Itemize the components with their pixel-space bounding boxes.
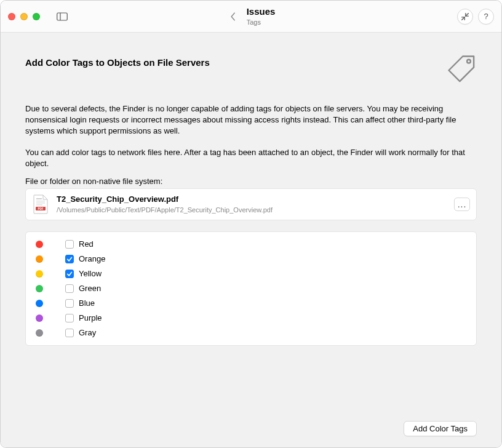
help-icon: ? — [484, 12, 488, 21]
pdf-file-icon: PDF — [32, 194, 49, 215]
file-field-label: File or folder on non-native file system… — [25, 177, 477, 186]
tag-checkbox-red[interactable] — [65, 240, 74, 249]
file-path: /Volumes/Public/Public/Text/PDF/Apple/T2… — [57, 206, 447, 214]
tag-label-yellow: Yellow — [79, 269, 102, 278]
tag-checkbox-purple[interactable] — [65, 314, 74, 322]
tag-dot-purple — [36, 314, 43, 322]
window-title: Issues — [247, 6, 276, 18]
svg-rect-10 — [36, 204, 42, 206]
tag-label-green: Green — [79, 284, 101, 293]
title-center: Issues Tags — [227, 6, 276, 27]
tag-row-purple: Purple — [36, 311, 466, 326]
tag-dot-yellow — [36, 270, 43, 278]
help-button[interactable]: ? — [478, 9, 494, 25]
file-name: T2_Security_Chip_Overview.pdf — [57, 194, 447, 205]
svg-text:PDF: PDF — [38, 207, 44, 210]
svg-rect-7 — [36, 198, 42, 199]
sidebar-icon — [57, 12, 68, 21]
sidebar-toggle-button[interactable] — [54, 10, 71, 23]
footer: Add Color Tags — [1, 412, 501, 447]
tag-icon — [445, 52, 477, 86]
zoom-window-button[interactable] — [33, 13, 40, 20]
tag-label-blue: Blue — [79, 298, 95, 308]
tag-label-orange: Orange — [79, 254, 105, 263]
description-paragraph-2: You can add color tags to network files … — [25, 147, 477, 169]
file-row: PDF T2_Security_Chip_Overview.pdf /Volum… — [25, 188, 477, 220]
tag-row-gray: Gray — [36, 326, 466, 340]
tag-row-orange: Orange — [36, 252, 466, 266]
tag-label-red: Red — [79, 239, 94, 249]
tag-dot-blue — [36, 300, 43, 307]
tag-label-gray: Gray — [79, 328, 96, 337]
tags-list: RedOrangeYellowGreenBluePurpleGray — [25, 231, 477, 346]
svg-rect-0 — [57, 13, 68, 20]
page-heading: Add Color Tags to Objects on File Server… — [25, 57, 210, 68]
tag-row-blue: Blue — [36, 296, 466, 311]
tag-row-red: Red — [36, 237, 466, 252]
collapse-icon — [461, 12, 469, 21]
tag-checkbox-blue[interactable] — [65, 299, 74, 308]
titlebar-right: ? — [457, 9, 494, 25]
minimize-window-button[interactable] — [20, 13, 28, 20]
check-icon — [66, 271, 73, 277]
ellipsis-icon: ... — [458, 199, 467, 209]
collapse-button[interactable] — [457, 9, 473, 25]
tag-label-purple: Purple — [79, 313, 102, 322]
close-window-button[interactable] — [8, 13, 15, 20]
description-paragraph-1: Due to several defects, the Finder is no… — [25, 103, 477, 137]
description: Due to several defects, the Finder is no… — [25, 103, 477, 169]
app-window: Issues Tags ? Add Color Tags to Objects … — [0, 0, 502, 448]
tag-checkbox-yellow[interactable] — [65, 270, 74, 278]
chevron-left-icon — [230, 12, 236, 22]
tag-dot-gray — [36, 329, 43, 337]
tag-dot-orange — [36, 255, 43, 263]
tag-checkbox-gray[interactable] — [65, 329, 74, 337]
window-controls — [8, 13, 40, 20]
content-area: Add Color Tags to Objects on File Server… — [1, 33, 501, 412]
tag-row-green: Green — [36, 281, 466, 296]
svg-rect-8 — [36, 201, 45, 202]
title-text: Issues Tags — [247, 6, 276, 27]
tag-dot-red — [36, 241, 43, 248]
tag-checkbox-orange[interactable] — [65, 255, 74, 263]
back-button[interactable] — [227, 12, 239, 22]
svg-point-4 — [467, 60, 471, 63]
tag-row-yellow: Yellow — [36, 266, 466, 281]
file-more-button[interactable]: ... — [454, 198, 470, 211]
heading-row: Add Color Tags to Objects on File Server… — [25, 50, 477, 86]
file-text: T2_Security_Chip_Overview.pdf /Volumes/P… — [57, 194, 447, 214]
check-icon — [66, 256, 73, 262]
tag-dot-green — [36, 285, 43, 292]
add-color-tags-button[interactable]: Add Color Tags — [404, 421, 477, 436]
svg-rect-9 — [36, 202, 45, 204]
titlebar: Issues Tags ? — [1, 1, 501, 33]
tag-checkbox-green[interactable] — [65, 284, 74, 293]
window-subtitle: Tags — [247, 18, 276, 27]
